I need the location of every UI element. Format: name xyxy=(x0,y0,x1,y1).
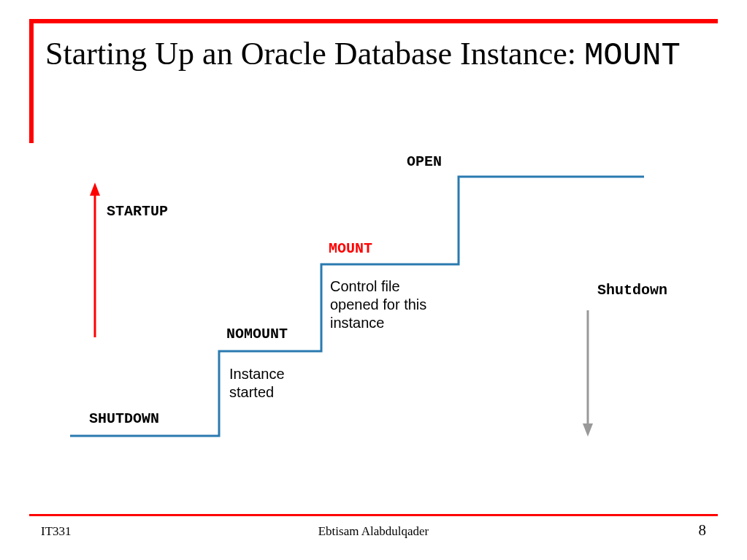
shutdown-arrow-label: Shutdown xyxy=(597,282,667,299)
nomount-description: Instance started xyxy=(229,365,324,402)
startup-diagram: SHUTDOWN NOMOUNT MOUNT OPEN Instance sta… xyxy=(0,0,747,560)
mount-description: Control file opened for this instance xyxy=(330,277,447,332)
footer-divider xyxy=(29,514,718,516)
footer-author: Ebtisam Alabdulqader xyxy=(0,524,747,539)
stage-mount-label: MOUNT xyxy=(329,240,372,257)
startup-arrow-label: STARTUP xyxy=(107,203,168,220)
stage-open-label: OPEN xyxy=(407,153,442,170)
footer-page-number: 8 xyxy=(699,521,707,540)
svg-marker-3 xyxy=(583,423,593,437)
stage-nomount-label: NOMOUNT xyxy=(226,326,288,342)
stage-shutdown-label: SHUTDOWN xyxy=(89,410,159,427)
